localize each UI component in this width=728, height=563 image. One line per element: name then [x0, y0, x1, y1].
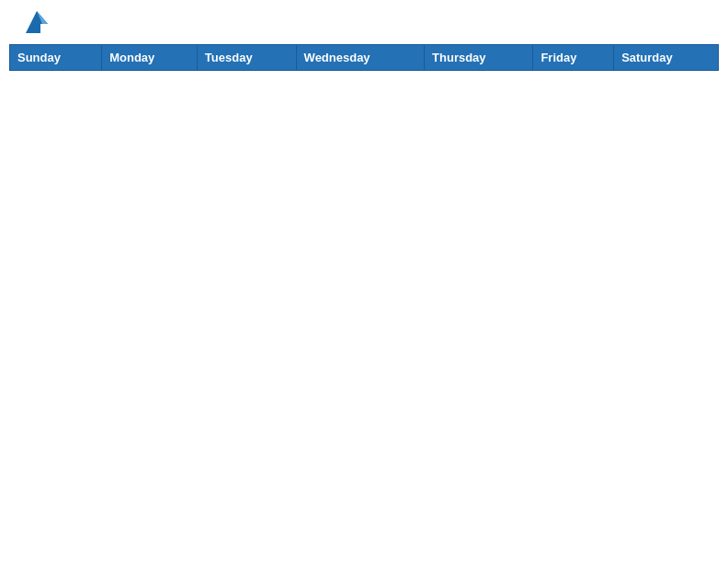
calendar-weekday-sunday: Sunday — [10, 45, 102, 71]
calendar-weekday-tuesday: Tuesday — [197, 45, 296, 71]
logo — [18, 15, 51, 37]
calendar-weekday-friday: Friday — [533, 45, 614, 71]
calendar-header: SundayMondayTuesdayWednesdayThursdayFrid… — [10, 45, 719, 71]
calendar-wrapper: SundayMondayTuesdayWednesdayThursdayFrid… — [0, 44, 728, 80]
logo-icon — [22, 7, 51, 37]
calendar-weekday-thursday: Thursday — [425, 45, 533, 71]
calendar-weekday-saturday: Saturday — [614, 45, 719, 71]
calendar-weekday-wednesday: Wednesday — [296, 45, 424, 71]
calendar-table: SundayMondayTuesdayWednesdayThursdayFrid… — [9, 44, 719, 71]
page-header — [0, 0, 728, 44]
calendar-weekday-monday: Monday — [102, 45, 198, 71]
